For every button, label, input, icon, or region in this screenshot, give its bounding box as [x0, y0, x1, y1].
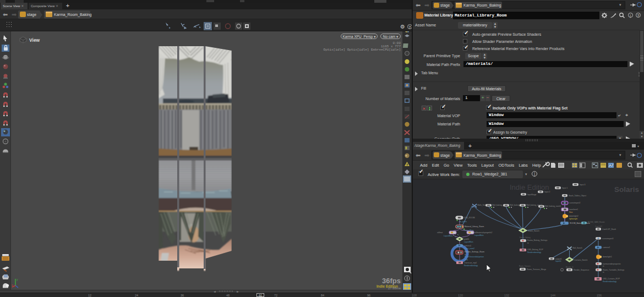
svg-text:Renderedanalogy: Renderedanalogy	[603, 280, 617, 283]
svg-text:ROOM_Baking_Camera: ROOM_Baking_Camera	[570, 222, 590, 224]
svg-text:domelight1: domelight1	[603, 256, 612, 258]
svg-text:m: m	[527, 242, 529, 244]
svg-text:domelight2: domelight2	[569, 215, 578, 217]
svg-text:LayoutMats: LayoutMats	[464, 241, 473, 243]
svg-text:Cabin_room2: Cabin_room2	[464, 248, 474, 250]
svg-text:output0: output0	[555, 258, 561, 260]
svg-text:Renderedanalogy: Renderedanalogy	[464, 265, 478, 267]
svg-text:m: m	[603, 271, 604, 273]
svg-text:Render_S: Render_S	[566, 266, 574, 268]
svg-text:Overscan_mp4: Overscan_mp4	[464, 262, 477, 264]
svg-text:pnly: pnly	[465, 258, 468, 261]
svg-text:Material_Library_Room: Material_Library_Room	[465, 226, 484, 228]
svg-text:Karma_Baking_Settings: Karma_Baking_Settings	[527, 239, 548, 241]
svg-text:Stash_Tables_Object: Stash_Tables_Object	[569, 195, 586, 197]
svg-text:Wall_baking_room5: Wall_baking_room5	[545, 205, 561, 207]
svg-text:Cam/LGT: Cam/LGT	[595, 226, 602, 228]
svg-text:x: x	[12, 283, 13, 287]
svg-text:Curtains_Switch: Curtains_Switch	[574, 259, 588, 261]
svg-text:sceneimport2: sceneimport2	[569, 202, 580, 204]
svg-text:Room_Textures: Room_Textures	[519, 265, 531, 267]
svg-text:LayoutMats: LayoutMats	[474, 234, 484, 237]
svg-text:Room_Turntable_Settings: Room_Turntable_Settings	[603, 269, 625, 271]
svg-text:InputStage: InputStage	[527, 194, 537, 196]
svg-text:Input 3: Input 3	[580, 184, 585, 186]
svg-text:transform1: transform1	[569, 208, 578, 211]
svg-text:USD_Baking_ROP: USD_Baking_ROP	[527, 249, 543, 251]
svg-text:ROOM_CAM2_Render: ROOM_CAM2_Render	[588, 221, 605, 223]
svg-text:Room_Textures_Merge: Room_Textures_Merge	[527, 268, 546, 271]
svg-text:m: m	[603, 265, 604, 267]
svg-text:USD_Curtains_ROP: USD_Curtains_ROP	[603, 278, 620, 280]
svg-text:New: New	[569, 211, 573, 213]
svg-text:Karma_Baking: Karma_Baking	[520, 237, 531, 239]
svg-text:Indie Edition: Indie Edition	[510, 183, 549, 191]
svg-text:lightweight: lightweight	[569, 218, 577, 220]
svg-text:stillmat: stillmat	[437, 232, 443, 234]
svg-text:Wall_Switch: Wall_Switch	[572, 247, 582, 249]
svg-text:USD_ROOM: USD_ROOM	[464, 217, 475, 219]
svg-text:y: y	[17, 278, 18, 281]
svg-text:camera1: camera1	[464, 245, 471, 247]
svg-text:stillmaterialspingmtls2: stillmaterialspingmtls2	[474, 232, 492, 234]
svg-text:Room_Switch: Room_Switch	[528, 230, 539, 232]
svg-text:set_paths: set_paths	[459, 221, 467, 223]
svg-text:Solaris: Solaris	[614, 185, 639, 194]
svg-text:Render_Settings_Room: Render_Settings_Room	[465, 251, 484, 253]
svg-text:Input10: Input10	[555, 260, 561, 262]
svg-text:Input 1: Input 1	[562, 187, 567, 189]
svg-text:grid01: grid01	[464, 238, 470, 240]
svg-text:Cam/LGT_Stash: Cam/LGT_Stash	[602, 228, 616, 230]
svg-text:Input 2: Input 2	[544, 191, 550, 193]
svg-text:camera2: camera2	[603, 246, 610, 249]
svg-text:Renderedanalogy: Renderedanalogy	[527, 251, 542, 254]
svg-text:sceneimport3: sceneimport3	[602, 238, 613, 240]
svg-text:karmarenderpropertie: karmarenderpropertie	[603, 263, 621, 265]
svg-text:RoomTexturesbakymtion: RoomTexturesbakymtion	[465, 256, 484, 258]
svg-text:Render_Sequence: Render_Sequence	[574, 269, 589, 271]
svg-text:LayoutMats: LayoutMats	[444, 235, 453, 237]
svg-text:m: m	[465, 254, 466, 256]
